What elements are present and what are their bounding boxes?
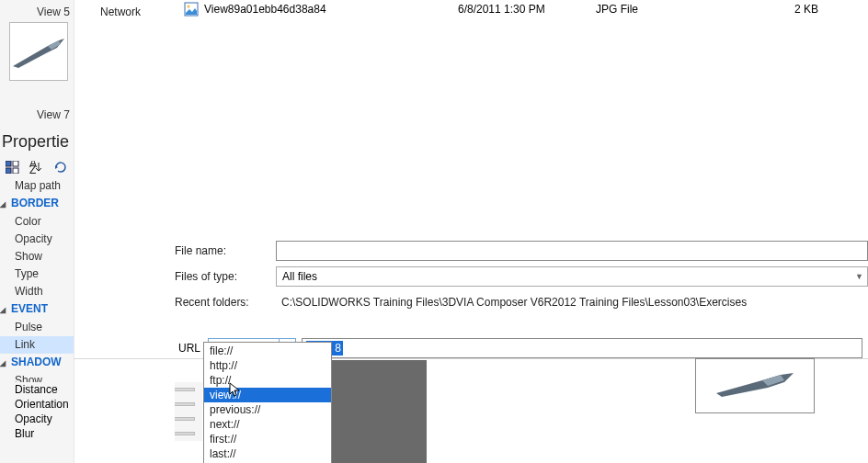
folders-tree-pane: Network: [74, 0, 175, 463]
prop-group-event[interactable]: EVENT: [0, 300, 74, 319]
recent-folders-value[interactable]: C:\SOLIDWORKS Training Files\3DVIA Compo…: [276, 292, 868, 312]
svg-rect-4: [13, 161, 18, 166]
properties-pane: Propertie AZ Map path BORDER Color Opaci…: [0, 129, 74, 407]
part-icon: [709, 367, 801, 404]
file-date: 6/8/2011 1:30 PM: [458, 3, 596, 16]
files-of-type-value: All files: [282, 270, 317, 283]
svg-text:Z: Z: [29, 164, 36, 174]
categorize-icon[interactable]: [4, 159, 22, 175]
viewport-background: [331, 360, 427, 463]
url-scheme-option[interactable]: first://: [204, 432, 331, 446]
small-thumbnail[interactable]: [695, 358, 815, 413]
file-name-label: File name:: [175, 244, 276, 257]
url-scheme-option[interactable]: previous://: [204, 402, 331, 417]
view-7-label[interactable]: View 7: [37, 108, 70, 121]
slider-label: Distance: [15, 383, 83, 396]
file-row[interactable]: View89a01ebb46d38a84 6/8/2011 1:30 PM JP…: [175, 0, 868, 18]
url-scheme-option[interactable]: ftp://: [204, 373, 331, 388]
part-icon: [11, 33, 66, 70]
slider-label: Blur: [15, 427, 83, 440]
files-of-type-combo[interactable]: All files ▼: [276, 266, 868, 287]
prop-color[interactable]: Color: [0, 213, 74, 231]
properties-title: Propertie: [0, 129, 74, 157]
prop-show[interactable]: Show: [0, 248, 74, 265]
file-size: 2 KB: [747, 3, 818, 16]
url-scheme-dropdown[interactable]: file://http://ftp://view://previous://ne…: [203, 342, 332, 463]
prop-group-shadow[interactable]: SHADOW: [0, 354, 74, 372]
view-5-label[interactable]: View 5: [37, 6, 70, 18]
view-thumbnail[interactable]: [9, 22, 68, 81]
prop-map-path[interactable]: Map path: [0, 177, 74, 195]
svg-rect-3: [6, 168, 11, 174]
prop-width[interactable]: Width: [0, 283, 74, 300]
prop-type[interactable]: Type: [0, 265, 74, 283]
slider-label: Opacity: [15, 412, 83, 425]
file-name: View89a01ebb46d38a84: [204, 3, 458, 16]
prop-opacity[interactable]: Opacity: [0, 231, 74, 248]
file-type: JPG File: [596, 3, 747, 16]
files-of-type-label: Files of type:: [175, 270, 276, 283]
recent-folders-label: Recent folders:: [175, 296, 276, 309]
prop-link[interactable]: Link: [0, 336, 74, 354]
prop-group-border[interactable]: BORDER: [0, 195, 74, 213]
svg-rect-2: [6, 161, 11, 166]
url-scheme-option[interactable]: file://: [204, 344, 331, 358]
refresh-icon[interactable]: [51, 159, 70, 175]
file-name-input[interactable]: [276, 241, 868, 261]
slider-label: Orientation: [15, 398, 83, 411]
svg-marker-12: [716, 373, 794, 397]
url-scheme-option[interactable]: next://: [204, 417, 331, 432]
jpg-file-icon: [184, 2, 199, 17]
chevron-down-icon: ▼: [855, 272, 863, 281]
svg-point-11: [188, 6, 190, 8]
svg-rect-5: [13, 168, 18, 174]
url-scheme-option[interactable]: view://: [204, 388, 331, 402]
prop-pulse[interactable]: Pulse: [0, 319, 74, 336]
file-list[interactable]: View89a01ebb46d38a84 6/8/2011 1:30 PM JP…: [175, 0, 868, 225]
properties-toolbar: AZ: [0, 157, 74, 177]
url-value-input[interactable]: View 8: [302, 338, 862, 358]
url-scheme-option[interactable]: last://: [204, 446, 331, 461]
url-scheme-option[interactable]: http://: [204, 358, 331, 373]
tree-item-network[interactable]: Network: [100, 6, 141, 18]
sort-az-icon[interactable]: AZ: [28, 159, 46, 175]
